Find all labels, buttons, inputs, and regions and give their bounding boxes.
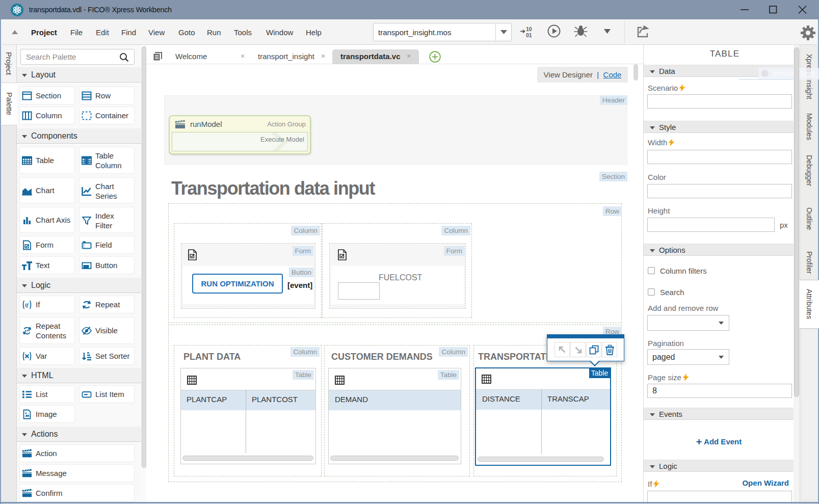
svg-text:10: 10 [526, 26, 532, 32]
svg-text:if: if [25, 302, 29, 308]
svg-text:01: 01 [526, 32, 532, 38]
